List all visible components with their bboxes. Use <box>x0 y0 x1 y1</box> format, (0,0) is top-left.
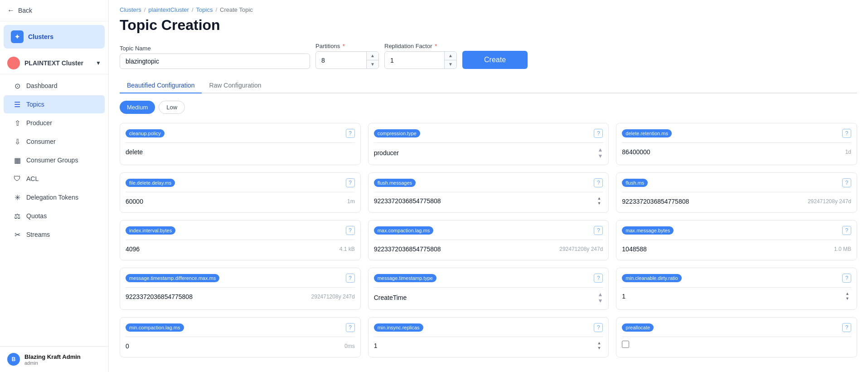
help-icon[interactable]: ? <box>594 178 603 187</box>
preallocate-checkbox[interactable] <box>622 341 629 348</box>
help-icon[interactable]: ? <box>346 323 355 332</box>
config-value-row <box>126 147 355 157</box>
replication-increment[interactable]: ▲ <box>445 52 456 60</box>
config-value-row: CreateTime LogAppendTime ▲▼ <box>374 291 603 304</box>
config-hint: 0ms <box>344 343 355 349</box>
config-card-header: message.timestamp.type ? <box>374 274 603 283</box>
spin-buttons: ▲ ▼ <box>595 341 603 351</box>
config-hint: 1d <box>845 149 851 155</box>
config-tag: message.timestamp.difference.max.ms <box>126 274 219 282</box>
partitions-input[interactable] <box>316 53 366 68</box>
help-icon[interactable]: ? <box>842 226 851 235</box>
sidebar-item-label: Consumer <box>26 138 56 145</box>
config-tag: min.insync.replicas <box>374 323 423 332</box>
config-tag: cleanup.policy <box>126 129 165 137</box>
help-icon[interactable]: ? <box>842 178 851 187</box>
min-cleanable-dirty-ratio-input[interactable] <box>622 293 844 300</box>
message-timestamp-type-select[interactable]: CreateTime LogAppendTime <box>374 294 598 301</box>
flush-messages-input[interactable] <box>374 197 596 205</box>
config-card-flush-messages: flush.messages ? ▲ ▼ <box>368 172 609 213</box>
sidebar-item-consumer[interactable]: ⇩ Consumer <box>4 132 105 151</box>
config-value-row <box>622 341 851 348</box>
compression-type-select[interactable]: producer gzip snappy lz4 zstd uncompress… <box>374 149 598 157</box>
help-icon[interactable]: ? <box>594 274 603 283</box>
config-card-header: min.compaction.lag.ms ? <box>126 323 355 332</box>
config-card-header: min.insync.replicas ? <box>374 323 603 332</box>
topic-name-label: Topic Name <box>120 45 310 52</box>
filter-medium[interactable]: Medium <box>120 101 155 114</box>
min-insync-replicas-increment[interactable]: ▲ <box>595 341 603 346</box>
min-insync-replicas-input[interactable] <box>374 342 596 349</box>
min-compaction-lag-ms-input[interactable] <box>126 341 341 352</box>
sidebar-item-label: ACL <box>26 175 39 182</box>
help-icon[interactable]: ? <box>594 226 603 235</box>
filter-low[interactable]: Low <box>159 101 185 114</box>
partitions-increment[interactable]: ▲ <box>367 52 378 60</box>
config-card-header: compression.type ? <box>374 129 603 138</box>
max-compaction-lag-ms-input[interactable] <box>374 244 556 255</box>
partitions-spin-wrapper: ▲ ▼ <box>315 51 379 69</box>
breadcrumb-cluster-name[interactable]: plaintextCluster <box>148 6 189 13</box>
help-icon[interactable]: ? <box>346 129 355 138</box>
clusters-button[interactable]: ✦ Clusters <box>4 25 105 49</box>
acl-icon: 🛡 <box>13 174 22 183</box>
sidebar-item-dashboard[interactable]: ⊙ Dashboard <box>4 77 105 95</box>
replication-input[interactable] <box>385 53 444 68</box>
sidebar-item-topics[interactable]: ☰ Topics <box>4 95 105 113</box>
config-tag: min.compaction.lag.ms <box>126 323 184 332</box>
sidebar-item-consumer-groups[interactable]: ▦ Consumer Groups <box>4 151 105 169</box>
breadcrumb-clusters[interactable]: Clusters <box>120 6 141 13</box>
tab-raw[interactable]: Raw Configuration <box>202 78 268 93</box>
breadcrumb-topics[interactable]: Topics <box>196 6 213 13</box>
help-icon[interactable]: ? <box>346 178 355 187</box>
user-info: Blazing Kraft Admin admin <box>24 353 81 366</box>
spin-buttons: ▲ ▼ <box>844 291 851 301</box>
help-icon[interactable]: ? <box>594 323 603 332</box>
help-icon[interactable]: ? <box>842 323 851 332</box>
plaintext-cluster-selector[interactable]: PLAINTEXT Cluster ▼ <box>0 52 108 74</box>
help-icon[interactable]: ? <box>842 274 851 283</box>
config-card-header: min.cleanable.dirty.ratio ? <box>622 274 851 283</box>
help-icon[interactable]: ? <box>842 129 851 138</box>
help-icon[interactable]: ? <box>346 274 355 283</box>
replication-decrement[interactable]: ▼ <box>445 60 456 69</box>
partitions-spin-buttons: ▲ ▼ <box>366 52 378 69</box>
breadcrumb-current: Create Topic <box>220 6 253 13</box>
config-card-file-delete-delay-ms: file.delete.delay.ms ? 1m <box>120 172 361 213</box>
min-insync-replicas-decrement[interactable]: ▼ <box>595 346 603 351</box>
config-value-row: 1.0 MB <box>622 244 851 255</box>
config-card-header: cleanup.policy ? <box>126 129 355 138</box>
index-interval-bytes-input[interactable] <box>126 244 336 255</box>
cleanup-policy-input[interactable] <box>126 147 355 157</box>
config-card-preallocate: preallocate ? <box>616 317 857 357</box>
topic-name-input[interactable] <box>120 54 310 69</box>
tab-beautified[interactable]: Beautified Configuration <box>120 78 202 93</box>
create-button[interactable]: Create <box>462 51 528 69</box>
sidebar-item-quotas[interactable]: ⚖ Quotas <box>4 207 105 225</box>
config-grid: cleanup.policy ? compression.type ? prod… <box>120 123 857 357</box>
sidebar-item-producer[interactable]: ⇧ Producer <box>4 114 105 132</box>
help-icon[interactable]: ? <box>346 226 355 235</box>
sidebar-item-label: Consumer Groups <box>26 157 78 164</box>
flush-messages-increment[interactable]: ▲ <box>595 196 603 201</box>
min-cleanable-dirty-ratio-decrement[interactable]: ▼ <box>844 296 851 301</box>
config-tag: file.delete.delay.ms <box>126 179 175 187</box>
min-cleanable-dirty-ratio-increment[interactable]: ▲ <box>844 291 851 296</box>
flush-messages-decrement[interactable]: ▼ <box>595 201 603 206</box>
file-delete-delay-ms-input[interactable] <box>126 196 344 207</box>
config-card-min-cleanable-dirty-ratio: min.cleanable.dirty.ratio ? ▲ ▼ <box>616 268 857 310</box>
delete-retention-ms-input[interactable] <box>622 147 841 157</box>
partitions-decrement[interactable]: ▼ <box>367 60 378 69</box>
consumer-groups-icon: ▦ <box>13 156 22 165</box>
flush-ms-input[interactable] <box>622 196 804 207</box>
config-tag: compression.type <box>374 129 420 137</box>
topics-icon: ☰ <box>13 100 22 109</box>
sidebar-item-streams[interactable]: ✂ Streams <box>4 225 105 244</box>
help-icon[interactable]: ? <box>594 129 603 138</box>
config-card-header: index.interval.bytes ? <box>126 226 355 235</box>
message-timestamp-difference-max-ms-input[interactable] <box>126 291 308 302</box>
back-button[interactable]: ← Back <box>0 0 108 21</box>
sidebar-item-delegation-tokens[interactable]: ✳ Delegation Tokens <box>4 188 105 206</box>
sidebar-item-acl[interactable]: 🛡 ACL <box>4 170 105 188</box>
max-message-bytes-input[interactable] <box>622 244 830 255</box>
